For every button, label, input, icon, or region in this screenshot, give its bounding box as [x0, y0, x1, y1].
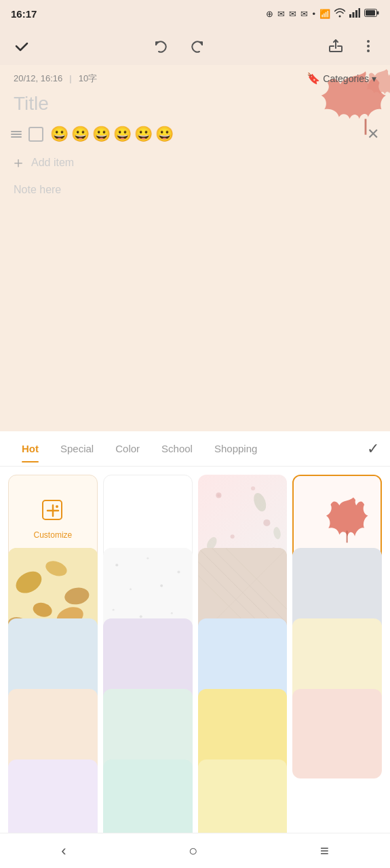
- tab-color[interactable]: Color: [104, 435, 151, 462]
- svg-rect-6: [377, 11, 379, 14]
- customize-icon: [41, 498, 65, 528]
- note-meta: 20/12, 16:16 | 10字 🔖 Categories ▾: [0, 65, 390, 87]
- undo-button[interactable]: [151, 35, 172, 57]
- status-icons: ⊕ ✉ ✉ ✉ • 📶: [266, 8, 379, 20]
- toolbar-left: [11, 35, 33, 57]
- svg-point-16: [263, 519, 270, 526]
- svg-point-17: [230, 534, 234, 538]
- emoji-1: 😀: [50, 125, 69, 143]
- theme-soft-yellow[interactable]: [198, 760, 288, 833]
- wifi-icon: [334, 8, 345, 20]
- theme-soft-purple[interactable]: [8, 760, 98, 833]
- svg-point-19: [251, 491, 268, 513]
- emoji-3: 😀: [92, 125, 111, 143]
- svg-point-8: [367, 45, 370, 47]
- add-item-button[interactable]: ＋: [11, 153, 26, 173]
- mail2-icon: ✉: [289, 9, 296, 19]
- emoji-row: 😀 😀 😀 😀 😀 😀: [50, 125, 174, 143]
- category-tabs: Hot Special Color School Shopping ✓: [0, 431, 390, 467]
- checkbox[interactable]: [28, 127, 43, 142]
- tab-shopping[interactable]: Shopping: [203, 435, 268, 462]
- svg-point-7: [367, 40, 370, 43]
- nav-back-button[interactable]: ‹: [45, 837, 82, 865]
- more-button[interactable]: [357, 35, 379, 57]
- svg-point-37: [112, 609, 114, 611]
- svg-rect-3: [359, 8, 361, 18]
- note-char-count: 10字: [79, 73, 97, 85]
- tab-school[interactable]: School: [151, 435, 203, 462]
- toolbar-right: [325, 35, 379, 57]
- svg-point-39: [171, 612, 173, 614]
- svg-point-9: [367, 50, 370, 52]
- categories-label: Categories: [323, 73, 369, 84]
- nav-bar: ‹ ○ ≡: [0, 833, 390, 868]
- svg-point-36: [160, 585, 163, 587]
- signal-strength-icon: 📶: [319, 9, 330, 19]
- svg-rect-1: [353, 12, 355, 18]
- themes-grid: Customize: [0, 467, 390, 833]
- note-title[interactable]: Title: [0, 87, 390, 120]
- note-separator: |: [69, 73, 71, 83]
- emoji-4: 😀: [113, 125, 132, 143]
- mail-icon: ✉: [277, 9, 285, 19]
- svg-rect-0: [349, 14, 351, 18]
- bookmark-icon: 🔖: [307, 72, 320, 85]
- svg-rect-5: [366, 10, 375, 16]
- nav-home-button[interactable]: ○: [172, 837, 214, 865]
- toolbar-center: [151, 35, 208, 57]
- theme-soft-pink[interactable]: [292, 689, 382, 778]
- svg-point-14: [217, 494, 220, 496]
- check-button[interactable]: [11, 35, 33, 57]
- theme-soft-green[interactable]: [103, 760, 193, 833]
- tab-special[interactable]: Special: [50, 435, 104, 462]
- note-date: 20/12, 16:16: [14, 73, 62, 83]
- add-item-row: ＋ Add item: [0, 149, 390, 177]
- status-bar: 16:17 ⊕ ✉ ✉ ✉ • 📶: [0, 0, 390, 27]
- battery-icon: [364, 9, 379, 19]
- bottom-panel: Hot Special Color School Shopping ✓ Cust…: [0, 431, 390, 833]
- categories-button[interactable]: 🔖 Categories ▾: [307, 72, 376, 85]
- svg-point-33: [147, 557, 149, 559]
- add-item-placeholder: Add item: [31, 157, 74, 169]
- svg-point-32: [115, 564, 118, 566]
- share-button[interactable]: [325, 35, 347, 57]
- svg-point-34: [177, 570, 180, 573]
- svg-point-21: [272, 526, 281, 540]
- emoji-6: 😀: [155, 125, 174, 143]
- emoji-2: 😀: [71, 125, 90, 143]
- cellular-icon: [349, 8, 360, 20]
- svg-point-35: [130, 588, 132, 590]
- svg-rect-2: [355, 10, 357, 18]
- nav-menu-button[interactable]: ≡: [304, 837, 345, 865]
- drag-handle[interactable]: [11, 131, 22, 138]
- tab-hot[interactable]: Hot: [11, 435, 50, 462]
- customize-label: Customize: [34, 530, 73, 540]
- task-icon: ⊕: [266, 9, 273, 19]
- status-time: 16:17: [11, 8, 37, 20]
- close-item-button[interactable]: ✕: [367, 125, 379, 143]
- checklist-row: 😀 😀 😀 😀 😀 😀 ✕: [0, 120, 390, 149]
- chevron-down-icon: ▾: [372, 73, 376, 84]
- svg-point-38: [139, 615, 142, 618]
- top-toolbar: [0, 27, 390, 65]
- mail3-icon: ✉: [300, 9, 308, 19]
- note-placeholder[interactable]: Note here: [0, 177, 390, 203]
- tab-confirm-button[interactable]: ✓: [367, 440, 379, 458]
- svg-point-12: [56, 505, 58, 508]
- redo-button[interactable]: [186, 35, 208, 57]
- note-area: 20/12, 16:16 | 10字 🔖 Categories ▾ Title …: [0, 65, 390, 472]
- emoji-5: 😀: [134, 125, 153, 143]
- dot-icon: •: [312, 9, 315, 19]
- svg-point-15: [251, 486, 255, 490]
